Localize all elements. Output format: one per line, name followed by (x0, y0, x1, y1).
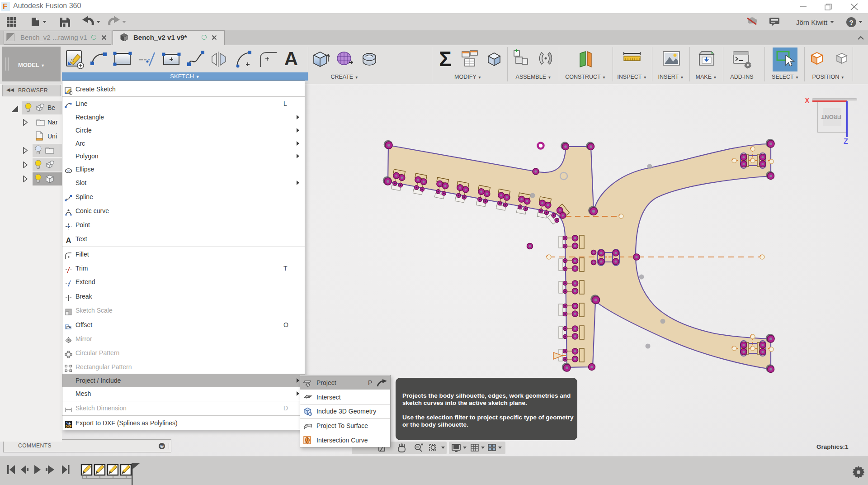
svg-text:Σ: Σ (439, 48, 452, 71)
svg-text:DXF: DXF (66, 425, 71, 428)
svg-text:?: ? (849, 19, 853, 26)
svg-text:A: A (284, 48, 298, 69)
svg-text:A: A (66, 237, 71, 244)
